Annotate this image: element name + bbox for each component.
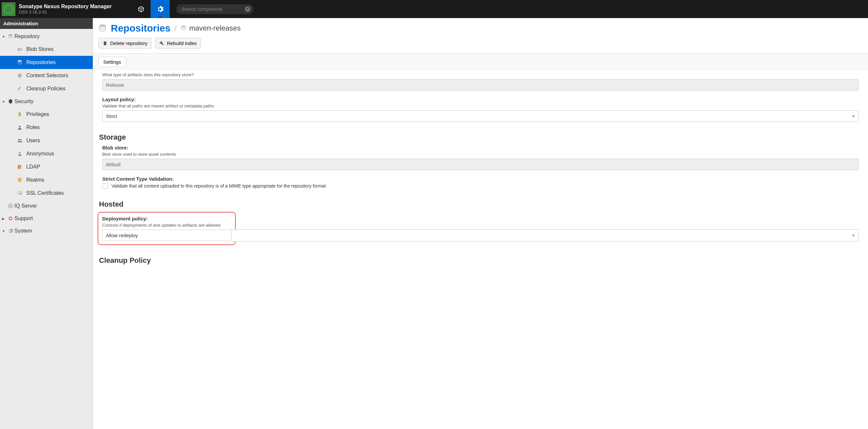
admin-mode-button[interactable] — [151, 0, 169, 18]
user-icon — [17, 125, 23, 130]
svg-rect-11 — [18, 165, 19, 169]
breadcrumb-root[interactable]: Repositories — [111, 23, 170, 34]
hosted-heading: Hosted — [99, 195, 859, 212]
breadcrumb-current: maven-releases — [189, 24, 241, 33]
cleanup-policy-heading: Cleanup Policy — [99, 251, 859, 265]
main-content: Repositories / maven-releases Delete rep… — [93, 18, 868, 429]
gear-icon — [7, 228, 14, 234]
chevron-down-icon: ▼ — [2, 35, 7, 38]
delete-repository-button[interactable]: Delete repository — [98, 38, 152, 48]
iq-icon — [7, 203, 14, 208]
database-icon — [7, 34, 14, 39]
wrench-icon — [159, 41, 164, 46]
anonymous-icon — [17, 151, 23, 156]
svg-point-13 — [20, 193, 21, 194]
sidebar: Administration ▼ Repository Blob Stores — [0, 18, 93, 429]
svg-point-10 — [19, 152, 20, 154]
breadcrumb: Repositories / maven-releases — [93, 18, 868, 36]
sidebar-cat-support[interactable]: ▶ Support — [0, 212, 93, 225]
sidebar-item-realms[interactable]: Realms — [0, 173, 93, 187]
topbar: Sonatype Nexus Repository Manager OSS 3.… — [0, 0, 868, 18]
sidebar-cat-label: Support — [14, 216, 33, 221]
lifebuoy-icon — [7, 216, 14, 221]
svg-point-0 — [9, 34, 12, 35]
sidebar-cat-label: IQ Server — [14, 203, 37, 209]
artifact-type-field: Release — [102, 79, 859, 91]
sidebar-cat-security[interactable]: ▼ Security — [0, 95, 93, 108]
drive-icon — [17, 47, 23, 52]
sidebar-cat-system[interactable]: ▼ System — [0, 225, 93, 237]
sidebar-item-label: Repositories — [26, 60, 56, 65]
sidebar-item-blob-stores[interactable]: Blob Stores — [0, 43, 93, 56]
svg-point-9 — [20, 139, 21, 141]
svg-point-18 — [182, 26, 185, 28]
blob-store-hint: Blob store used to store asset contents — [102, 152, 859, 157]
broom-icon — [17, 86, 23, 91]
sidebar-item-cleanup-policies[interactable]: Cleanup Policies — [0, 82, 93, 95]
shield-icon — [17, 177, 23, 183]
sidebar-item-privileges[interactable]: Privileges — [0, 108, 93, 121]
svg-point-6 — [19, 112, 21, 115]
badge-icon — [17, 112, 23, 117]
deployment-policy-select[interactable]: Allow redeploy — [102, 230, 231, 241]
search-input[interactable] — [182, 7, 245, 12]
database-icon — [17, 60, 23, 65]
select-value: Allow redeploy — [106, 233, 138, 238]
tab-settings[interactable]: Settings — [98, 57, 126, 67]
blob-store-label: Blob store: — [102, 145, 859, 151]
search-box[interactable]: ✕ — [176, 4, 253, 14]
strict-validation-label: Strict Content Type Validation: — [102, 176, 859, 182]
strict-validation-checkbox[interactable] — [102, 183, 108, 189]
sidebar-cat-label: System — [14, 228, 32, 234]
svg-point-8 — [18, 139, 20, 141]
tabs-bar: Settings — [93, 53, 868, 70]
chevron-right-icon: ▶ — [2, 217, 7, 221]
sidebar-cat-iq-server[interactable]: IQ Server — [0, 200, 93, 212]
sidebar-item-label: SSL Certificates — [26, 190, 64, 196]
field-value: Release — [106, 82, 124, 88]
artifact-type-hint: What type of artifacts does this reposit… — [102, 72, 859, 77]
deployment-policy-select-ext[interactable]: ▼ — [231, 229, 859, 242]
product-info: Sonatype Nexus Repository Manager OSS 3.… — [19, 3, 112, 15]
sidebar-item-roles[interactable]: Roles — [0, 121, 93, 134]
sidebar-item-repositories[interactable]: Repositories — [0, 56, 93, 69]
gear-icon — [156, 6, 164, 13]
clear-search-icon[interactable]: ✕ — [245, 7, 250, 12]
sidebar-item-ldap[interactable]: LDAP — [0, 160, 93, 173]
rebuild-index-button[interactable]: Rebuild index — [155, 38, 201, 48]
sidebar-item-anonymous[interactable]: Anonymous — [0, 147, 93, 160]
sidebar-item-label: Content Selectors — [26, 73, 68, 78]
sidebar-item-label: Privileges — [26, 111, 49, 117]
sidebar-cat-repository[interactable]: ▼ Repository — [0, 30, 93, 43]
database-icon — [181, 25, 186, 31]
certificate-icon — [17, 191, 23, 196]
cube-icon — [137, 6, 145, 13]
sidebar-item-content-selectors[interactable]: Content Selectors — [0, 69, 93, 82]
sidebar-item-label: Roles — [26, 125, 40, 130]
deployment-policy-label: Deployment policy: — [102, 216, 231, 221]
sidebar-item-users[interactable]: Users — [0, 134, 93, 147]
sidebar-cat-label: Security — [14, 99, 34, 104]
blob-store-field: default — [102, 159, 859, 170]
browse-mode-button[interactable] — [131, 0, 151, 18]
database-icon — [98, 24, 107, 33]
storage-heading: Storage — [99, 128, 859, 145]
svg-point-17 — [100, 25, 105, 27]
sidebar-item-ssl-certificates[interactable]: SSL Certificates — [0, 187, 93, 200]
deployment-policy-hint: Controls if deployments of and updates t… — [102, 223, 231, 228]
product-version: OSS 3.16.2-01 — [19, 9, 112, 15]
sidebar-cat-label: Repository — [14, 34, 39, 39]
users-icon — [17, 138, 23, 143]
sidebar-item-label: Users — [26, 138, 40, 143]
sidebar-item-label: LDAP — [26, 164, 40, 170]
field-value: default — [106, 162, 121, 167]
layout-policy-hint: Validate that all paths are maven artifa… — [102, 103, 859, 108]
shield-icon — [7, 99, 14, 104]
chevron-down-icon: ▼ — [2, 229, 7, 233]
chevron-down-icon: ▼ — [851, 234, 855, 237]
layout-policy-select[interactable]: Strict ▼ — [102, 110, 859, 122]
product-title: Sonatype Nexus Repository Manager — [19, 3, 112, 9]
action-bar: Delete repository Rebuild index — [93, 36, 868, 53]
trash-icon — [102, 41, 107, 46]
svg-point-3 — [18, 60, 22, 61]
